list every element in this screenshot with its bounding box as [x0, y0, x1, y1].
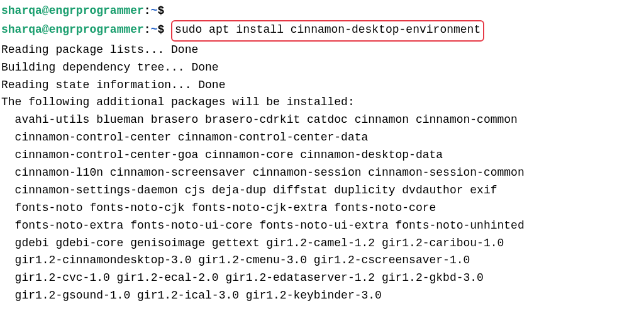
prompt-colon: : [144, 23, 151, 36]
prompt-path: ~ [151, 23, 158, 36]
prompt-line-empty: sharqa@engrprogrammer:~$ [1, 3, 643, 20]
package-list-line: cinnamon-control-center cinnamon-control… [1, 129, 643, 147]
prompt-user: sharqa [1, 4, 42, 17]
package-list-line: fonts-noto fonts-noto-cjk fonts-noto-cjk… [1, 200, 643, 217]
prompt-user: sharqa [1, 23, 42, 36]
output-reading-pkg: Reading package lists... Done [1, 42, 643, 59]
package-list-line: cinnamon-control-center-goa cinnamon-cor… [1, 147, 643, 164]
output-additional-pkgs-header: The following additional packages will b… [1, 94, 643, 111]
command-text[interactable]: sudo apt install cinnamon-desktop-enviro… [175, 23, 480, 36]
prompt-host: engrprogrammer [49, 4, 144, 17]
prompt-at: @ [42, 4, 49, 17]
package-list-line: gdebi gdebi-core genisoimage gettext gir… [1, 235, 643, 253]
prompt-colon: : [144, 4, 151, 17]
package-list-line: cinnamon-l10n cinnamon-screensaver cinna… [1, 164, 643, 182]
prompt-dollar: $ [157, 23, 164, 36]
package-list-line: cinnamon-settings-daemon cjs deja-dup di… [1, 182, 643, 200]
command-highlight-box: sudo apt install cinnamon-desktop-enviro… [171, 20, 484, 42]
package-list-line: avahi-utils blueman brasero brasero-cdrk… [1, 111, 643, 129]
prompt-line-command: sharqa@engrprogrammer:~$ sudo apt instal… [1, 20, 643, 42]
prompt-at: @ [42, 23, 49, 36]
output-reading-state: Reading state information... Done [1, 77, 643, 94]
package-list-line: gir1.2-gsound-1.0 gir1.2-ical-3.0 gir1.2… [1, 287, 643, 305]
prompt-host: engrprogrammer [49, 23, 144, 36]
prompt-path: ~ [151, 4, 158, 17]
prompt-dollar: $ [157, 4, 164, 17]
package-list-line: gir1.2-cinnamondesktop-3.0 gir1.2-cmenu-… [1, 252, 643, 270]
package-list-line: fonts-noto-extra fonts-noto-ui-core font… [1, 217, 643, 235]
package-list-line: gir1.2-cvc-1.0 gir1.2-ecal-2.0 gir1.2-ed… [1, 270, 643, 287]
output-building-dep: Building dependency tree... Done [1, 59, 643, 77]
